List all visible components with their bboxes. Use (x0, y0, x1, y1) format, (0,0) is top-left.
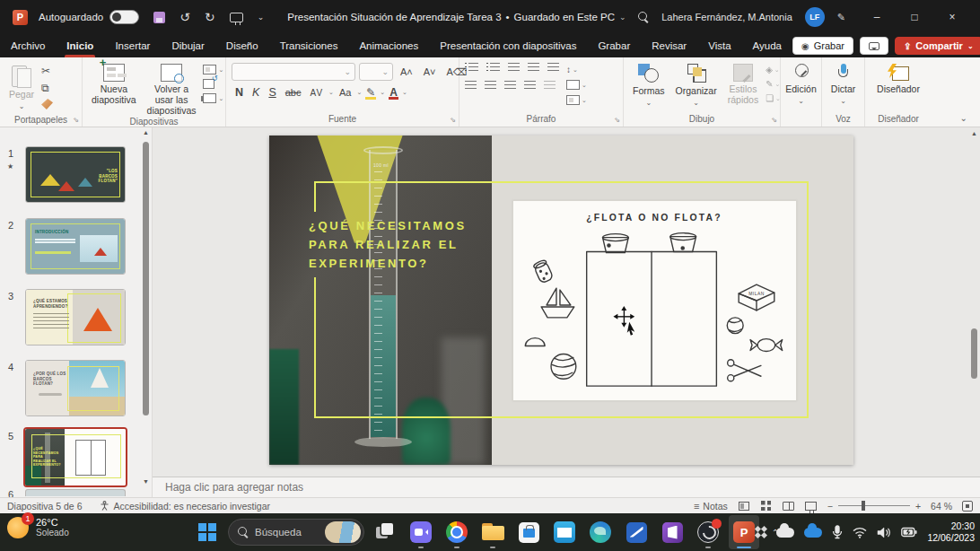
taskbar-search[interactable]: Búsqueda (228, 519, 364, 546)
shape-outline-button[interactable]: ✎⌄ (766, 79, 781, 89)
notes-pane[interactable]: Haga clic para agregar notas (153, 477, 980, 497)
underline-button[interactable]: S (265, 85, 279, 100)
italic-button[interactable]: K (249, 85, 263, 100)
increase-indent-button[interactable] (528, 63, 539, 73)
office-365-button[interactable] (657, 515, 687, 549)
change-case-button[interactable]: Aa (336, 86, 354, 99)
edge-button[interactable] (585, 515, 616, 549)
powerpoint-app-icon[interactable]: P (13, 10, 28, 25)
slideshow-view-button[interactable] (805, 501, 818, 512)
tab-transiciones[interactable]: Transiciones (269, 34, 349, 57)
columns-button[interactable] (544, 81, 556, 91)
slide-canvas-area[interactable]: 100 ml ¿QUÉ NECESITAMOS PARA REALIZAR EL… (153, 127, 980, 477)
shape-effects-button[interactable]: ❏⌄ (766, 93, 781, 103)
paragraph-dialog-launcher[interactable]: ⇘ (614, 116, 620, 124)
editing-button[interactable]: Edición ⌄ (782, 63, 819, 108)
arrange-button[interactable]: Organizar ⌄ (672, 63, 721, 109)
font-dialog-launcher[interactable]: ⇘ (450, 116, 456, 124)
tab-archivo[interactable]: Archivo (0, 34, 56, 57)
reset-slide-button[interactable] (203, 79, 223, 89)
battery-icon[interactable] (901, 527, 917, 538)
new-slide-button[interactable]: Nueva diapositiva (88, 63, 140, 106)
dictate-button[interactable]: Dictar ⌄ (827, 63, 859, 108)
tab-insertar[interactable]: Insertar (104, 34, 161, 57)
task-view-button[interactable] (370, 515, 400, 549)
chat-app-button[interactable] (406, 515, 436, 549)
font-size-combobox[interactable]: ⌄ (359, 63, 393, 81)
quick-styles-button[interactable]: Estilos rápidos (724, 63, 762, 106)
volume-icon[interactable] (877, 527, 891, 538)
paste-button[interactable]: Pegar ⌄ (5, 63, 38, 113)
slide-canvas[interactable]: 100 ml ¿QUÉ NECESITAMOS PARA REALIZAR EL… (269, 136, 853, 465)
tab-grabar[interactable]: Grabar (587, 34, 641, 57)
wifi-icon[interactable] (853, 527, 867, 538)
tab-revisar[interactable]: Revisar (641, 34, 697, 57)
accessibility-status[interactable]: Accesibilidad: es necesario investigar (100, 501, 270, 512)
normal-view-button[interactable] (738, 501, 750, 512)
chrome-button[interactable] (442, 515, 472, 549)
microphone-tray-icon[interactable] (832, 525, 843, 539)
align-right-button[interactable] (504, 81, 516, 91)
scroll-down-icon[interactable]: ▼ (142, 478, 150, 485)
avatar[interactable]: LF (805, 7, 825, 27)
collapse-ribbon-icon[interactable]: ⌄ (960, 113, 967, 123)
cut-icon[interactable]: ✂ (41, 65, 53, 77)
font-name-combobox[interactable]: ⌄ (232, 63, 355, 81)
slideshow-icon[interactable] (230, 13, 243, 22)
slide-thumbnail-5[interactable]: ¿QUÉ NECESITAMOS PARA REALIZAR EL EXPERI… (23, 427, 127, 487)
file-explorer-button[interactable] (477, 515, 508, 549)
qat-customize-icon[interactable]: ⌄ (258, 13, 265, 22)
tab-dibujar[interactable]: Dibujar (161, 34, 214, 57)
start-button[interactable] (192, 515, 223, 549)
section-button[interactable]: ⌄ (203, 93, 223, 103)
save-icon[interactable] (153, 12, 165, 23)
align-text-button[interactable]: ⌄ (566, 80, 587, 90)
zoom-out-button[interactable]: − (827, 501, 833, 512)
powerpoint-taskbar-button[interactable]: P (729, 515, 759, 549)
zoom-level[interactable]: 64 % (931, 501, 952, 512)
notes-toggle[interactable]: ≡ Notas (694, 501, 728, 512)
grow-font-button[interactable]: A˄ (397, 66, 416, 78)
justify-button[interactable] (524, 81, 536, 91)
microsoft-store-button[interactable] (513, 515, 544, 549)
sketch-image[interactable]: MILAN (512, 200, 797, 401)
character-spacing-button[interactable]: AV (306, 87, 327, 99)
convert-smartart-button[interactable]: ⌄ (566, 95, 587, 105)
onedrive-personal-icon[interactable] (776, 528, 794, 538)
clipboard-dialog-launcher[interactable]: ⇘ (73, 116, 79, 124)
editor-scrollbar[interactable]: ▲ (969, 127, 979, 477)
strikethrough-button[interactable]: abc (282, 86, 305, 99)
slide-thumbnail-3[interactable]: ¿QUÉ ESTAMOS APRENDIENDO? (25, 289, 126, 345)
thumbnail-scrollbar[interactable]: ▲ ▼ (142, 127, 150, 497)
thumbnail-scroll-thumb[interactable] (143, 142, 149, 415)
slide-layout-button[interactable]: ⌄ (203, 65, 223, 74)
align-center-button[interactable] (485, 81, 496, 91)
minimize-button[interactable]: – (858, 0, 896, 34)
onedrive-icon[interactable] (804, 528, 822, 538)
designer-button[interactable]: Diseñador (873, 63, 923, 95)
zoom-slider-thumb[interactable] (862, 501, 865, 511)
close-button[interactable]: × (933, 0, 971, 34)
slide-thumbnail-4[interactable]: ¿POR QUÉ LOS BARCOS FLOTAN? (25, 360, 126, 416)
bold-button[interactable]: N (232, 85, 247, 100)
tab-vista[interactable]: Vista (697, 34, 741, 57)
search-icon[interactable] (638, 12, 649, 22)
tab-animaciones[interactable]: Animaciones (348, 34, 429, 57)
user-name[interactable]: Lahera Fernández, M.Antonia (661, 12, 792, 22)
numbering-button[interactable] (486, 63, 500, 73)
zoom-in-button[interactable]: + (915, 501, 921, 512)
slide-sorter-view-button[interactable] (760, 501, 773, 512)
dropbox-tray-icon[interactable] (761, 525, 767, 531)
shape-fill-button[interactable]: ◈⌄ (766, 65, 781, 74)
mail-button[interactable] (549, 515, 580, 549)
reuse-slides-button[interactable]: Volver a usar las diapositivas (144, 63, 200, 117)
slide-thumbnail-1[interactable]: "LOS BARCOS FLOTAN" (25, 146, 126, 203)
share-button[interactable]: ⇪ Compartir ⌄ (895, 37, 980, 55)
comments-button[interactable] (860, 37, 888, 55)
slide-title[interactable]: ¿QUÉ NECESITAMOS PARA REALIZAR EL EXPERI… (309, 216, 499, 273)
taskbar-clock[interactable]: 20:30 12/06/2023 (927, 520, 975, 544)
reading-view-button[interactable] (783, 501, 795, 512)
record-button[interactable]: ◉ Grabar (792, 37, 853, 55)
undo-icon[interactable]: ↺ (179, 10, 190, 24)
tab-inicio[interactable]: Inicio (56, 34, 104, 57)
